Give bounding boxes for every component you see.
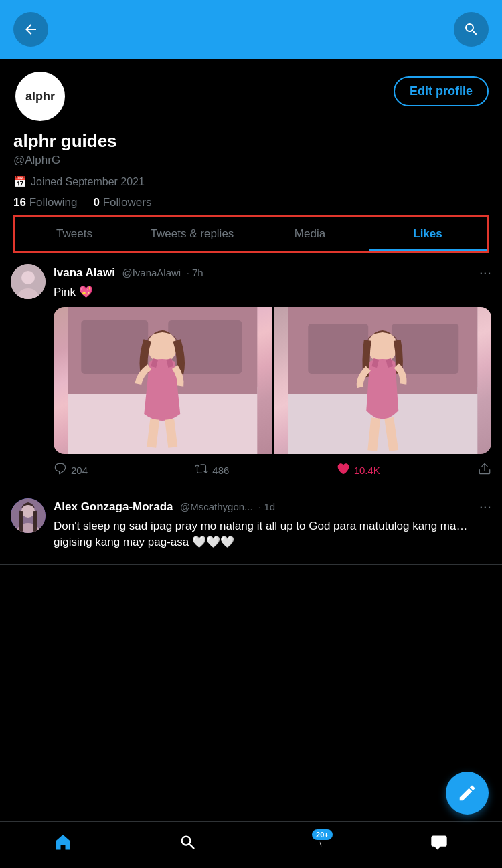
tweet-author-info-alex: Alex Gonzaga-Morada @Mscathygon... · 1d <box>54 500 275 514</box>
feed: Ivana Alawi @IvanaAlawi · 7h ··· Pink 💖 <box>0 253 502 565</box>
like-icon <box>337 462 350 479</box>
share-action[interactable] <box>478 462 491 479</box>
tweet-card: Ivana Alawi @IvanaAlawi · 7h ··· Pink 💖 <box>0 253 502 487</box>
tweet-images <box>54 307 491 454</box>
tweet-body-ivana: Ivana Alawi @IvanaAlawi · 7h ··· Pink 💖 <box>54 264 491 479</box>
tweet-header-alex: Alex Gonzaga-Morada @Mscathygon... · 1d … <box>54 498 491 516</box>
tweet-card-alex: Alex Gonzaga-Morada @Mscathygon... · 1d … <box>0 487 502 566</box>
profile-joined: 📅 Joined September 2021 <box>13 175 489 188</box>
tweet-body-alex: Alex Gonzaga-Morada @Mscathygon... · 1d … <box>54 498 491 557</box>
nav-home[interactable] <box>54 833 72 857</box>
notification-badge: 20+ <box>312 829 333 840</box>
share-icon <box>478 462 491 479</box>
tab-tweets[interactable]: Tweets <box>15 217 133 251</box>
tweet-image-1[interactable] <box>54 307 272 454</box>
like-action[interactable]: 10.4K <box>337 462 478 479</box>
avatar: alphr <box>13 70 67 123</box>
profile-tabs: Tweets Tweets & replies Media Likes <box>13 215 489 253</box>
top-bar <box>0 0 502 59</box>
back-button[interactable] <box>13 12 48 47</box>
calendar-icon: 📅 <box>13 175 27 188</box>
svg-rect-12 <box>308 324 368 374</box>
followers-stat[interactable]: 0 Followers <box>93 196 151 209</box>
tweet-avatar-ivana[interactable] <box>11 264 46 299</box>
nav-notifications[interactable]: 20+ <box>305 833 323 857</box>
reply-action[interactable]: 204 <box>54 462 195 479</box>
tweet-text-alex: Don't sleep ng sad ipag pray mo nalang i… <box>54 518 491 550</box>
edit-profile-button[interactable]: Edit profile <box>394 76 489 106</box>
reply-icon <box>54 462 67 479</box>
home-icon <box>54 833 72 857</box>
profile-name: alphr guides <box>13 131 489 152</box>
tweet-text: Pink 💖 <box>54 284 491 300</box>
search-nav-icon <box>179 833 197 857</box>
messages-icon <box>430 833 448 857</box>
svg-point-1 <box>21 271 35 284</box>
tweet-avatar-alex[interactable] <box>11 498 46 533</box>
tweet-header: Ivana Alawi @IvanaAlawi · 7h ··· <box>54 264 491 282</box>
bottom-nav: 20+ <box>0 821 502 868</box>
profile-top-row: alphr Edit profile <box>13 70 489 123</box>
tweet-actions: 204 486 10.4K <box>54 462 491 479</box>
svg-rect-6 <box>81 320 148 374</box>
compose-tweet-button[interactable] <box>446 772 489 815</box>
profile-header: alphr Edit profile alphr guides @AlphrG … <box>0 59 502 253</box>
profile-handle: @AlphrG <box>13 154 489 167</box>
tab-media[interactable]: Media <box>251 217 369 251</box>
tab-tweets-replies[interactable]: Tweets & replies <box>133 217 251 251</box>
tweet-author-info: Ivana Alawi @IvanaAlawi · 7h <box>54 266 203 280</box>
retweet-action[interactable]: 486 <box>195 462 336 479</box>
svg-point-8 <box>147 331 177 363</box>
search-button[interactable] <box>454 12 489 47</box>
tab-likes[interactable]: Likes <box>369 217 487 251</box>
nav-search[interactable] <box>179 833 197 857</box>
retweet-icon <box>195 462 208 479</box>
tweet-more-button-alex[interactable]: ··· <box>479 498 491 516</box>
svg-point-14 <box>367 331 397 363</box>
tweet-image-2[interactable] <box>274 307 492 454</box>
following-stat[interactable]: 16 Following <box>13 196 77 209</box>
tweet-more-button[interactable]: ··· <box>479 264 491 282</box>
follow-stats: 16 Following 0 Followers <box>13 196 489 209</box>
nav-messages[interactable] <box>430 833 448 857</box>
